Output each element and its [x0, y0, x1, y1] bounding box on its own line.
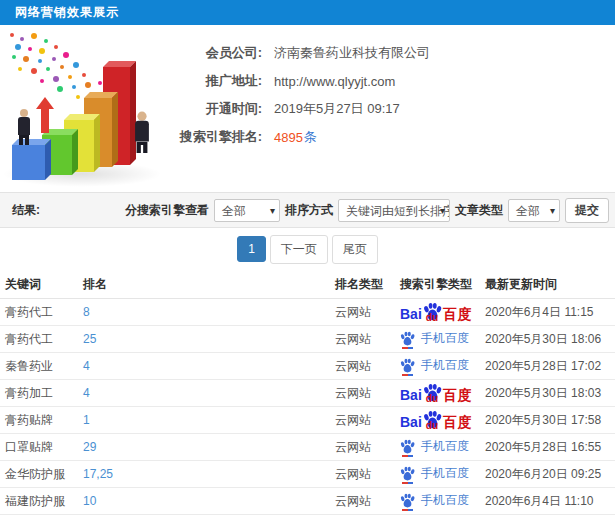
rank-link[interactable]: 4 — [83, 386, 90, 400]
rank-cell: 25 — [83, 326, 335, 353]
keyword-cell: 口罩贴牌 — [0, 434, 83, 461]
rank-type-cell: 云网站 — [335, 299, 400, 326]
rank-cell: 1 — [83, 407, 335, 434]
table-header-row: 关键词 排名 排名类型 搜索引擎类型 最新更新时间 — [0, 270, 615, 299]
rank-cell — [83, 515, 335, 520]
sort-filter-select[interactable]: 关键词由短到长排序 — [338, 199, 450, 222]
top-section: 会员公司: 济南秦鲁药业科技有限公司 推广地址: http://www.qlyy… — [0, 25, 615, 192]
table-row: 膏药加工 4 云网站 Bai du 百度 2020年5月30日 18:03 — [0, 380, 615, 407]
table-row: 膏药贴牌 1 云网站 Bai du 百度 2020年5月30日 17:58 — [0, 407, 615, 434]
table-row: 秦鲁药业 4 云网站 手机百度 2020年5月28日 17:02 — [0, 353, 615, 380]
mobile-baidu-badge: 手机百度 — [400, 330, 469, 347]
page-1-button[interactable]: 1 — [237, 236, 266, 262]
rank-link[interactable]: 10 — [83, 494, 96, 508]
engine-cell: 手机百度 — [400, 353, 485, 380]
table-row: 福建防护服 10 云网站 手机百度 2020年6月4日 11:10 — [0, 488, 615, 515]
engine-cell: Bai du 百度 — [400, 299, 485, 326]
rank-type-cell: 云网站 — [335, 353, 400, 380]
rank-cell: 8 — [83, 299, 335, 326]
submit-button[interactable]: 提交 — [565, 198, 609, 223]
engine-cell: 手机百度 — [400, 434, 485, 461]
col-rank: 排名 — [83, 270, 335, 299]
rank-link[interactable]: 17,25 — [83, 467, 113, 481]
mobile-baidu-label: 手机百度 — [421, 330, 469, 347]
rank-link[interactable]: 29 — [83, 440, 96, 454]
keyword-cell: 膏药代工 — [0, 299, 83, 326]
rank-link[interactable]: 1 — [83, 413, 90, 427]
update-time-cell: 2020年6月20日 09:25 — [485, 461, 615, 488]
rank-type-cell — [335, 515, 400, 520]
keyword-cell: 膏药贴牌 — [0, 407, 83, 434]
mobile-baidu-badge: 手机百度 — [400, 438, 469, 455]
update-time-cell: 2020年5月28日 16:55 — [485, 434, 615, 461]
keyword-cell: 金华防护服 — [0, 461, 83, 488]
rank-type-cell: 云网站 — [335, 434, 400, 461]
bar-chart-illustration — [0, 25, 175, 192]
engine-rank-unit: 条 — [304, 128, 317, 146]
update-time-cell: 2020年5月30日 17:58 — [485, 407, 615, 434]
rank-link[interactable]: 25 — [83, 332, 96, 346]
member-company-link[interactable]: 济南秦鲁药业科技有限公司 — [274, 44, 430, 62]
rank-type-cell: 云网站 — [335, 326, 400, 353]
engine-cell: 手机百度 — [400, 326, 485, 353]
next-page-button[interactable]: 下一页 — [270, 235, 328, 264]
rank-type-cell: 云网站 — [335, 380, 400, 407]
rank-link[interactable]: 8 — [83, 305, 90, 319]
mobile-baidu-paw-icon — [400, 331, 415, 346]
rank-link[interactable]: 4 — [83, 359, 90, 373]
keyword-cell: 秦鲁药业 — [0, 353, 83, 380]
update-time-cell: 2020年5月30日 18:03 — [485, 380, 615, 407]
engine-filter-label: 分搜索引擎查看 — [125, 202, 209, 219]
keyword-cell: 膏药加工 — [0, 380, 83, 407]
result-label: 结果: — [12, 202, 40, 219]
mobile-baidu-badge: 手机百度 — [400, 492, 469, 509]
open-time-value: 2019年5月27日 09:17 — [274, 100, 400, 118]
rank-cell: 17,25 — [83, 461, 335, 488]
mobile-baidu-label: 手机百度 — [421, 492, 469, 509]
table-body: 膏药代工 8 云网站 Bai du 百度 2020年6月4日 11:15 膏药代… — [0, 299, 615, 520]
illustration-bar-blue — [12, 145, 45, 180]
baidu-logo: Bai du 百度 — [400, 410, 473, 429]
article-type-label: 文章类型 — [455, 202, 503, 219]
table-row: 金华防护服 17,25 云网站 手机百度 2020年6月20日 09:25 — [0, 461, 615, 488]
promo-url-row: 推广地址: http://www.qlyyjt.com — [170, 67, 615, 95]
app-header: 网络营销效果展示 — [0, 0, 615, 25]
col-engine-type: 搜索引擎类型 — [400, 270, 485, 299]
sort-filter-label: 排序方式 — [285, 202, 333, 219]
update-time-cell: 2020年6月4日 11:10 — [485, 488, 615, 515]
rank-type-cell: 云网站 — [335, 407, 400, 434]
rank-type-cell: 云网站 — [335, 461, 400, 488]
member-company-label: 会员公司: — [170, 44, 262, 62]
businessman-left — [18, 109, 30, 145]
page-title: 网络营销效果展示 — [15, 4, 119, 21]
mobile-baidu-badge: 手机百度 — [400, 357, 469, 374]
open-time-label: 开通时间: — [170, 100, 262, 118]
engine-cell: Bai du 百度 — [400, 407, 485, 434]
mobile-baidu-badge: 手机百度 — [400, 465, 469, 482]
engine-filter-select[interactable]: 全部 — [214, 199, 280, 222]
update-time-cell: 2020年5月28日 17:02 — [485, 353, 615, 380]
filter-controls: 分搜索引擎查看 全部 排序方式 关键词由短到长排序 文章类型 全部 提交 — [125, 198, 609, 223]
update-time-cell: 2020年6月4日 11:15 — [485, 299, 615, 326]
col-update-time: 最新更新时间 — [485, 270, 615, 299]
engine-cell: Bai du 百度 — [400, 380, 485, 407]
table-row: 手机百度 — [0, 515, 615, 520]
mobile-baidu-paw-icon — [400, 439, 415, 454]
engine-cell: 手机百度 — [400, 461, 485, 488]
rank-cell: 29 — [83, 434, 335, 461]
last-page-button[interactable]: 尾页 — [332, 235, 378, 264]
table-row: 口罩贴牌 29 云网站 手机百度 2020年5月28日 16:55 — [0, 434, 615, 461]
results-table: 关键词 排名 排名类型 搜索引擎类型 最新更新时间 膏药代工 8 云网站 Bai… — [0, 270, 615, 520]
article-type-select[interactable]: 全部 — [508, 199, 560, 222]
mobile-baidu-paw-icon — [400, 358, 415, 373]
engine-rank-row: 搜索引擎排名: 4895 条 — [170, 123, 615, 151]
engine-rank-label: 搜索引擎排名: — [170, 128, 262, 146]
rank-cell: 4 — [83, 353, 335, 380]
keyword-cell: 福建防护服 — [0, 488, 83, 515]
update-time-cell: 2020年5月30日 18:06 — [485, 326, 615, 353]
keyword-cell — [0, 515, 83, 520]
col-rank-type: 排名类型 — [335, 270, 400, 299]
promo-url-link[interactable]: http://www.qlyyjt.com — [274, 74, 395, 89]
businessman-right — [135, 112, 149, 153]
keyword-cell: 膏药代工 — [0, 326, 83, 353]
